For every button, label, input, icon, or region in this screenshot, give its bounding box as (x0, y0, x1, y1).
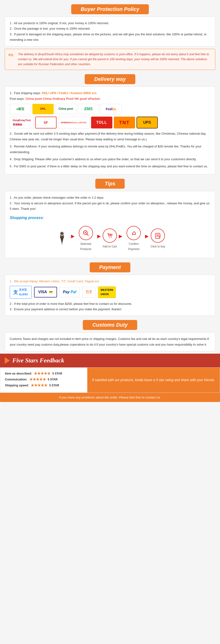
star-icons-commu: ★★★★★ (29, 377, 46, 382)
customs-text: Customs Taxes and charges are not includ… (10, 336, 210, 348)
tips-box: 1 . As you order, please check messages … (5, 191, 215, 258)
star-icons-described: ★★★★★ (34, 371, 50, 376)
logo-epao: e邮宝 (10, 104, 31, 114)
star-row-shipping: Shipping speed: ★★★★★ 5 STAR (5, 383, 83, 388)
step-label-selected: Selected Products (76, 242, 95, 252)
person-icon: 🕴 (55, 232, 69, 244)
five-stars-title: Five Stars Feedback (12, 357, 64, 364)
logo-dhl: DHL (32, 104, 54, 114)
payment-intro: 1 . We accept Alipay, Western Union, T/T… (10, 278, 210, 284)
svg-point-4 (109, 238, 110, 238)
star-label-described: Item as described: (5, 372, 32, 375)
post-ways-text: Post ways: China post/ China Ordinary Po… (10, 96, 210, 102)
star-label-commu: Commuication: (5, 378, 27, 381)
ps-box: PS: The delivery to Brazil/South Africa … (5, 49, 215, 70)
arrow-4: ▶ (145, 232, 149, 240)
step-circle-cart (103, 228, 117, 243)
delivery-note-3: 3 . Remote Address: If your receiving ad… (10, 144, 210, 155)
contact-text: If you have any problems about the order… (59, 396, 161, 399)
delivery-notes: 2 . Goods will be sent out within 2-5 wo… (10, 131, 210, 169)
logo-fedex: FedEx. (101, 104, 122, 114)
alipay-icon: 支 (13, 288, 18, 296)
star-badge-described: 5 STAR (52, 372, 62, 375)
step-circle-search (79, 226, 93, 240)
step-circle-buy (151, 228, 165, 243)
visa-icon: VISA (38, 289, 47, 296)
svg-line-1 (87, 234, 89, 236)
star-row-commu: Commuication: ★★★★★ 5 STAR (5, 377, 83, 382)
logo-toll: TOLL (91, 116, 112, 128)
customs-section-header: Customs Duty (0, 320, 220, 330)
pay-logo-tt: T/T (82, 287, 96, 298)
customs-title: Customs Duty (83, 320, 137, 330)
arrow-2: ▶ (97, 232, 101, 240)
pay-logo-visa: VISA 💳 (34, 287, 57, 298)
step-label-payment: Confirm Payment (124, 242, 143, 252)
delivery-note-2: 2 . Goods will be sent out within 2-5 wo… (10, 131, 210, 142)
credit-card-icon: 💳 (49, 290, 53, 295)
contact-bar: If you have any problems about the order… (0, 393, 220, 402)
star-badge-commu: 5 STAR (48, 378, 58, 381)
stars-right-text: If satisfied with our products, kindly l… (92, 377, 215, 383)
stars-left: Item as described: ★★★★★ 5 STAR Commuica… (0, 368, 87, 392)
star-badge-shipping: 5 STAR (49, 384, 59, 387)
logo-sf: SF (35, 116, 57, 128)
delivery-title: Delivery way (85, 74, 135, 84)
ps-label: PS: (8, 52, 16, 67)
customs-box: Customs Taxes and charges are not includ… (5, 332, 215, 351)
step-add-to-cart: Add to Cart (103, 228, 117, 249)
payment-title: Payment (90, 262, 130, 272)
policy-line-2: 2 . Once the package is lost, your money… (10, 26, 210, 31)
process-container: 🕴 ▶ Selected Products ▶ (10, 224, 210, 254)
fast-shipping-prefix: 1 . Fast shipping ways: (10, 91, 42, 95)
pay-logo-wu: WESTERNUNION (98, 286, 116, 298)
policy-line-3: 3 . If parcel is damaged on the shipping… (10, 32, 210, 43)
post-ways-carriers: China post/ China Ordinary Post/ HK post… (25, 97, 100, 100)
step-click-to-buy: Click to buy (150, 228, 165, 249)
triangle-icon (5, 357, 10, 364)
logo-aramex: aramexdelivery unlimited (58, 116, 90, 128)
svg-point-5 (111, 238, 111, 238)
shipping-logos-row2: HongKong Post香港郵政 SF aramexdelivery unli… (10, 116, 210, 128)
buyer-protection-title: Buyer Protection Policy (71, 4, 149, 14)
tips-title: Tips (95, 179, 125, 189)
process-person: 🕴 (55, 232, 69, 245)
alipay-label: 支付宝ALIPAY (19, 288, 28, 297)
logo-hkpost: HongKong Post香港郵政 (10, 116, 34, 128)
svg-rect-8 (156, 233, 160, 238)
paypal-p1: Pay (63, 289, 70, 296)
pay-logo-paypal: PayPal (59, 287, 80, 297)
fast-shipping-text: 1 . Fast shipping ways: DHL/ UPS / FedEx… (10, 90, 210, 96)
payment-note-3: 3 . Ensure your payment address is corre… (10, 306, 210, 312)
logo-ups: UPS (136, 116, 158, 128)
paypal-p2: Pal (71, 289, 76, 296)
star-row-described: Item as described: ★★★★★ 5 STAR (5, 371, 83, 376)
payment-logos: 支 支付宝ALIPAY VISA 💳 PayPal T/T WESTERNUNI… (10, 286, 210, 299)
buyer-protection-section-header: Buyer Protection Policy (0, 4, 220, 14)
tips-note-2: 2 . Your money is secure in aliexpress a… (10, 200, 210, 212)
shopping-process-title: Shopping process: (10, 214, 210, 222)
stars-content: Item as described: ★★★★★ 5 STAR Commuica… (0, 368, 220, 393)
step-label-cart: Add to Cart (103, 244, 117, 249)
post-ways-prefix: Post ways: (10, 97, 25, 100)
star-icons-shipping: ★★★★★ (31, 383, 47, 388)
step-confirm-payment: Confirm Payment (124, 226, 143, 252)
delivery-box: 1 . Fast shipping ways: DHL/ UPS / FedEx… (5, 86, 215, 174)
step-circle-payment (126, 226, 141, 240)
payment-note-2: 2 . If the total price of order is more … (10, 301, 210, 306)
step-selected-products: Selected Products (76, 226, 95, 252)
delivery-section-header: Delivery way (0, 74, 220, 84)
stars-right: If satisfied with our products, kindly l… (87, 368, 220, 392)
pay-logo-alipay: 支 支付宝ALIPAY (10, 286, 32, 299)
tips-note-1: 1 . As you order, please check messages … (10, 195, 210, 200)
fast-shipping-carriers: DHL/ UPS / FedEx / Aramex/ EMS/ ect. (42, 91, 97, 95)
logo-tnt: TNT (114, 116, 135, 128)
delivery-note-5: 5 . For EMS or post parcel: if there is … (10, 164, 210, 169)
star-label-shipping: Shipping speed: (5, 384, 29, 387)
buyer-protection-box: 1 . All our products is 100% original. I… (5, 16, 215, 46)
logo-chinapost: China post (55, 104, 76, 114)
arrow-1: ▶ (71, 232, 75, 240)
five-stars-header: Five Stars Feedback (0, 354, 220, 368)
arrow-3: ▶ (119, 232, 122, 240)
delivery-note-4: 4 . Drop Shipping: Please offer your cus… (10, 156, 210, 162)
